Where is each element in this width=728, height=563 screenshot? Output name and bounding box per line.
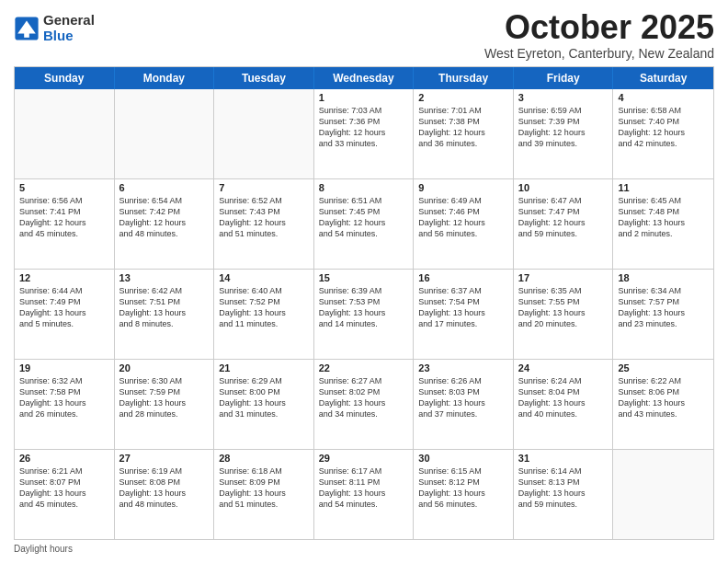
day-number: 15 (319, 272, 409, 283)
day-number: 4 (618, 92, 709, 103)
cal-cell: 1Sunrise: 7:03 AM Sunset: 7:36 PM Daylig… (314, 89, 415, 178)
cal-header-monday: Monday (115, 67, 215, 89)
logo: General Blue (14, 13, 95, 43)
cell-content: Sunrise: 6:54 AM Sunset: 7:42 PM Dayligh… (119, 195, 210, 240)
location: West Eyreton, Canterbury, New Zealand (484, 46, 714, 61)
cell-content: Sunrise: 6:37 AM Sunset: 7:54 PM Dayligh… (418, 285, 508, 330)
logo-icon (14, 16, 40, 41)
cal-row-1: 1Sunrise: 7:03 AM Sunset: 7:36 PM Daylig… (15, 89, 713, 178)
cell-content: Sunrise: 7:03 AM Sunset: 7:36 PM Dayligh… (319, 105, 409, 150)
cal-row-4: 19Sunrise: 6:32 AM Sunset: 7:58 PM Dayli… (15, 359, 713, 449)
cal-cell: 25Sunrise: 6:22 AM Sunset: 8:06 PM Dayli… (613, 360, 713, 449)
cell-content: Sunrise: 6:58 AM Sunset: 7:40 PM Dayligh… (618, 105, 709, 150)
cell-content: Sunrise: 6:35 AM Sunset: 7:55 PM Dayligh… (518, 285, 609, 330)
cell-content: Sunrise: 7:01 AM Sunset: 7:38 PM Dayligh… (418, 105, 508, 150)
cal-header-tuesday: Tuesday (214, 67, 314, 89)
day-number: 1 (319, 92, 409, 103)
day-number: 24 (518, 362, 609, 373)
logo-text: General Blue (43, 13, 95, 43)
cal-cell: 9Sunrise: 6:49 AM Sunset: 7:46 PM Daylig… (414, 179, 514, 269)
cal-header-sunday: Sunday (15, 67, 115, 89)
cell-content: Sunrise: 6:26 AM Sunset: 8:03 PM Dayligh… (418, 375, 508, 420)
cell-content: Sunrise: 6:17 AM Sunset: 8:11 PM Dayligh… (319, 465, 409, 511)
cal-cell: 30Sunrise: 6:15 AM Sunset: 8:12 PM Dayli… (414, 450, 514, 539)
cal-header-thursday: Thursday (414, 67, 514, 89)
logo-general: General (43, 13, 95, 29)
day-number: 27 (119, 453, 210, 464)
svg-rect-2 (24, 29, 29, 38)
day-number: 21 (219, 362, 309, 373)
cal-cell: 11Sunrise: 6:45 AM Sunset: 7:48 PM Dayli… (613, 179, 713, 269)
cal-cell (214, 89, 314, 178)
cell-content: Sunrise: 6:32 AM Sunset: 7:58 PM Dayligh… (19, 375, 109, 420)
cal-cell: 27Sunrise: 6:19 AM Sunset: 8:08 PM Dayli… (115, 450, 215, 539)
cell-content: Sunrise: 6:15 AM Sunset: 8:12 PM Dayligh… (418, 465, 508, 511)
cal-cell: 13Sunrise: 6:42 AM Sunset: 7:51 PM Dayli… (115, 270, 215, 359)
cal-cell: 26Sunrise: 6:21 AM Sunset: 8:07 PM Dayli… (15, 450, 115, 539)
cal-cell: 31Sunrise: 6:14 AM Sunset: 8:13 PM Dayli… (514, 450, 614, 539)
footer-text: Daylight hours (14, 544, 73, 554)
cell-content: Sunrise: 6:29 AM Sunset: 8:00 PM Dayligh… (219, 375, 309, 420)
day-number: 8 (319, 182, 409, 193)
cal-cell: 22Sunrise: 6:27 AM Sunset: 8:02 PM Dayli… (314, 360, 415, 449)
day-number: 20 (119, 362, 210, 373)
day-number: 11 (618, 182, 709, 193)
cell-content: Sunrise: 6:39 AM Sunset: 7:53 PM Dayligh… (319, 285, 409, 330)
month-title: October 2025 (484, 9, 714, 46)
cal-cell: 7Sunrise: 6:52 AM Sunset: 7:43 PM Daylig… (214, 179, 314, 269)
cell-content: Sunrise: 6:44 AM Sunset: 7:49 PM Dayligh… (19, 285, 109, 330)
cal-cell: 17Sunrise: 6:35 AM Sunset: 7:55 PM Dayli… (514, 270, 614, 359)
cell-content: Sunrise: 6:52 AM Sunset: 7:43 PM Dayligh… (219, 195, 309, 240)
cell-content: Sunrise: 6:27 AM Sunset: 8:02 PM Dayligh… (319, 375, 409, 420)
cal-cell: 21Sunrise: 6:29 AM Sunset: 8:00 PM Dayli… (214, 360, 314, 449)
cal-cell: 18Sunrise: 6:34 AM Sunset: 7:57 PM Dayli… (613, 270, 713, 359)
day-number: 29 (319, 453, 409, 464)
day-number: 18 (618, 272, 709, 283)
header: General Blue October 2025 West Eyreton, … (14, 9, 714, 61)
cell-content: Sunrise: 6:59 AM Sunset: 7:39 PM Dayligh… (518, 105, 609, 150)
day-number: 26 (19, 453, 109, 464)
day-number: 2 (418, 92, 508, 103)
cal-cell: 14Sunrise: 6:40 AM Sunset: 7:52 PM Dayli… (214, 270, 314, 359)
cal-cell (15, 89, 115, 178)
cal-row-5: 26Sunrise: 6:21 AM Sunset: 8:07 PM Dayli… (15, 449, 713, 539)
cal-header-wednesday: Wednesday (314, 67, 415, 89)
logo-blue: Blue (43, 29, 95, 44)
cell-content: Sunrise: 6:51 AM Sunset: 7:45 PM Dayligh… (319, 195, 409, 240)
day-number: 3 (518, 92, 609, 103)
cell-content: Sunrise: 6:42 AM Sunset: 7:51 PM Dayligh… (119, 285, 210, 330)
day-number: 30 (418, 453, 508, 464)
cal-cell: 3Sunrise: 6:59 AM Sunset: 7:39 PM Daylig… (514, 89, 614, 178)
cell-content: Sunrise: 6:45 AM Sunset: 7:48 PM Dayligh… (618, 195, 709, 240)
title-block: October 2025 West Eyreton, Canterbury, N… (484, 9, 714, 61)
cal-cell: 24Sunrise: 6:24 AM Sunset: 8:04 PM Dayli… (514, 360, 614, 449)
cal-cell: 19Sunrise: 6:32 AM Sunset: 7:58 PM Dayli… (15, 360, 115, 449)
calendar-body: 1Sunrise: 7:03 AM Sunset: 7:36 PM Daylig… (15, 89, 713, 539)
cell-content: Sunrise: 6:22 AM Sunset: 8:06 PM Dayligh… (618, 375, 709, 420)
cell-content: Sunrise: 6:21 AM Sunset: 8:07 PM Dayligh… (19, 465, 109, 511)
cell-content: Sunrise: 6:47 AM Sunset: 7:47 PM Dayligh… (518, 195, 609, 240)
day-number: 14 (219, 272, 309, 283)
cal-row-3: 12Sunrise: 6:44 AM Sunset: 7:49 PM Dayli… (15, 269, 713, 359)
cal-cell: 5Sunrise: 6:56 AM Sunset: 7:41 PM Daylig… (15, 179, 115, 269)
cal-cell: 28Sunrise: 6:18 AM Sunset: 8:09 PM Dayli… (214, 450, 314, 539)
cal-cell: 20Sunrise: 6:30 AM Sunset: 7:59 PM Dayli… (115, 360, 215, 449)
cal-cell: 12Sunrise: 6:44 AM Sunset: 7:49 PM Dayli… (15, 270, 115, 359)
cal-cell: 4Sunrise: 6:58 AM Sunset: 7:40 PM Daylig… (613, 89, 713, 178)
calendar-header: SundayMondayTuesdayWednesdayThursdayFrid… (15, 67, 713, 89)
day-number: 31 (518, 453, 609, 464)
cell-content: Sunrise: 6:19 AM Sunset: 8:08 PM Dayligh… (119, 465, 210, 511)
cal-cell: 15Sunrise: 6:39 AM Sunset: 7:53 PM Dayli… (314, 270, 415, 359)
cal-cell (115, 89, 215, 178)
day-number: 17 (518, 272, 609, 283)
cal-row-2: 5Sunrise: 6:56 AM Sunset: 7:41 PM Daylig… (15, 178, 713, 269)
cell-content: Sunrise: 6:30 AM Sunset: 7:59 PM Dayligh… (119, 375, 210, 420)
day-number: 12 (19, 272, 109, 283)
day-number: 5 (19, 182, 109, 193)
cal-cell: 29Sunrise: 6:17 AM Sunset: 8:11 PM Dayli… (314, 450, 415, 539)
day-number: 23 (418, 362, 508, 373)
cal-cell: 23Sunrise: 6:26 AM Sunset: 8:03 PM Dayli… (414, 360, 514, 449)
day-number: 7 (219, 182, 309, 193)
cal-cell: 10Sunrise: 6:47 AM Sunset: 7:47 PM Dayli… (514, 179, 614, 269)
cell-content: Sunrise: 6:49 AM Sunset: 7:46 PM Dayligh… (418, 195, 508, 240)
